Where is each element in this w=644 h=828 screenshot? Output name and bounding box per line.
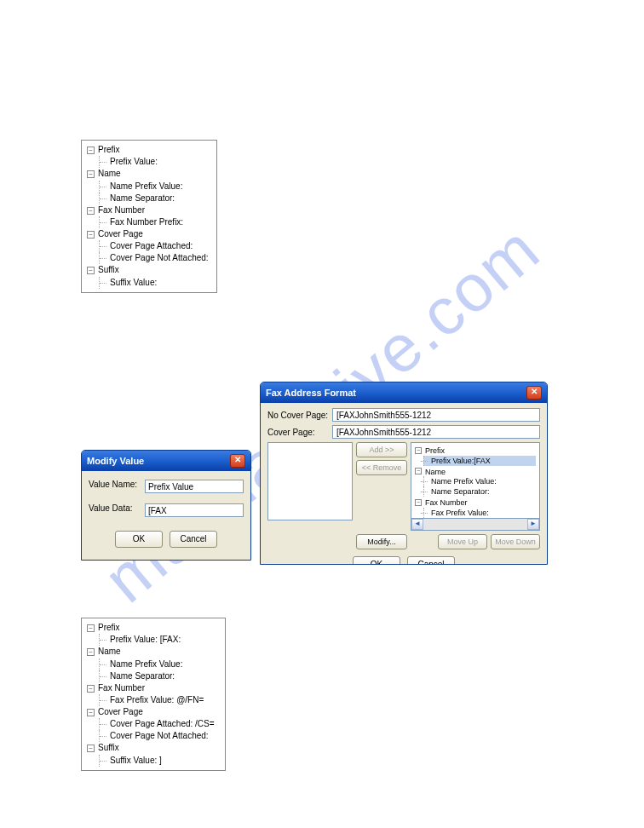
tree-item[interactable]: Name Prefix Value:	[99, 181, 211, 193]
value-name-label: Value Name:	[89, 480, 140, 493]
tree-item[interactable]: Cover Page Attached: /CS=	[99, 718, 220, 730]
titlebar[interactable]: Fax Address Format ✕	[261, 382, 547, 403]
tree-node-faxnumber[interactable]: −Fax Number	[87, 682, 220, 694]
tree-node-prefix[interactable]: −Prefix	[87, 144, 211, 156]
scroll-left-icon[interactable]: ◄	[411, 519, 423, 530]
collapse-icon[interactable]: −	[87, 624, 95, 632]
tree-item[interactable]: Name Separator:	[99, 670, 220, 682]
collapse-icon[interactable]: −	[87, 745, 95, 752]
tree-node-suffix[interactable]: −Suffix	[87, 742, 220, 754]
close-icon[interactable]: ✕	[230, 454, 245, 468]
modify-value-dialog: Modify Value ✕ Value Name: Value Data: O…	[81, 450, 251, 561]
close-icon[interactable]: ✕	[526, 386, 542, 400]
ok-button[interactable]: OK	[353, 556, 400, 565]
cancel-button[interactable]: Cancel	[170, 531, 217, 548]
tree-panel-1: −Prefix Prefix Value: −Name Name Prefix …	[81, 140, 217, 293]
tree-item[interactable]: Fax Number Prefix:	[99, 216, 211, 228]
tree-node-prefix[interactable]: −Prefix	[87, 622, 220, 634]
nocover-input[interactable]	[332, 408, 540, 422]
tree-item[interactable]: Prefix Value: [FAX:	[99, 634, 220, 646]
collapse-icon[interactable]: −	[87, 170, 95, 178]
collapse-icon[interactable]: −	[87, 685, 95, 693]
tree-item[interactable]: Suffix Value:	[99, 277, 211, 289]
tree-node-coverpage[interactable]: −Cover Page	[87, 706, 220, 718]
collapse-icon[interactable]: −	[87, 147, 95, 154]
collapse-icon[interactable]: −	[87, 231, 95, 239]
tree-item[interactable]: Prefix Value:[FAX	[423, 456, 536, 466]
value-data-input[interactable]	[145, 503, 244, 517]
tree-item[interactable]: Suffix Value: ]	[99, 755, 220, 767]
remove-button[interactable]: << Remove	[356, 460, 407, 475]
nocover-label: No Cover Page:	[267, 411, 329, 420]
tree-item[interactable]: Prefix Value:	[99, 156, 211, 168]
titlebar[interactable]: Modify Value ✕	[82, 451, 250, 471]
fax-tree[interactable]: −Prefix Prefix Value:[FAX −Name Name Pre…	[411, 442, 540, 519]
tree-panel-2: −Prefix Prefix Value: [FAX: −Name Name P…	[81, 618, 226, 771]
collapse-icon[interactable]: −	[87, 267, 95, 274]
fax-address-format-dialog: Fax Address Format ✕ No Cover Page: Cove…	[260, 382, 548, 565]
tree-item[interactable]: Cover Page Attached:	[99, 240, 211, 252]
collapse-icon[interactable]: −	[415, 499, 422, 506]
tree-item[interactable]: Fax Prefix Value: @/FN=	[99, 694, 220, 706]
value-name-input[interactable]	[145, 480, 244, 493]
cancel-button[interactable]: Cancel	[407, 556, 455, 565]
tree-item[interactable]: Name Separator:	[99, 193, 211, 204]
tree-item[interactable]: Name Separator:	[423, 486, 536, 497]
movedown-button[interactable]: Move Down	[491, 534, 540, 549]
collapse-icon[interactable]: −	[415, 447, 422, 454]
ok-button[interactable]: OK	[115, 531, 163, 548]
moveup-button[interactable]: Move Up	[438, 534, 487, 549]
modify-button[interactable]: Modify...	[356, 534, 407, 549]
scroll-right-icon[interactable]: ►	[527, 519, 539, 530]
collapse-icon[interactable]: −	[415, 468, 422, 474]
tree-item[interactable]: Cover Page Not Attached:	[99, 730, 220, 742]
tree-item[interactable]: Cover Page Not Attached:	[99, 252, 211, 264]
tree-item[interactable]: Fax Prefix Value:	[423, 508, 536, 518]
add-button[interactable]: Add >>	[356, 442, 407, 457]
dialog-title: Modify Value	[87, 456, 144, 466]
collapse-icon[interactable]: −	[87, 207, 95, 215]
tree-item[interactable]: Name Prefix Value:	[423, 476, 536, 486]
tree-node-coverpage[interactable]: −Cover Page	[87, 228, 211, 240]
tree-node-faxnumber[interactable]: −Fax Number	[87, 204, 211, 216]
tree-node-suffix[interactable]: −Suffix	[87, 264, 211, 276]
cover-label: Cover Page:	[267, 428, 329, 437]
cover-input[interactable]	[332, 425, 540, 439]
value-data-label: Value Data:	[89, 503, 140, 517]
tree-node-name[interactable]: −Name	[87, 168, 211, 180]
tree-node-name[interactable]: −Name	[87, 646, 220, 658]
collapse-icon[interactable]: −	[87, 709, 95, 716]
dialog-title: Fax Address Format	[266, 388, 356, 398]
tree-item[interactable]: Name Prefix Value:	[99, 658, 220, 670]
horizontal-scrollbar[interactable]: ◄ ►	[411, 519, 540, 531]
left-listbox[interactable]	[267, 442, 353, 520]
collapse-icon[interactable]: −	[87, 648, 95, 656]
